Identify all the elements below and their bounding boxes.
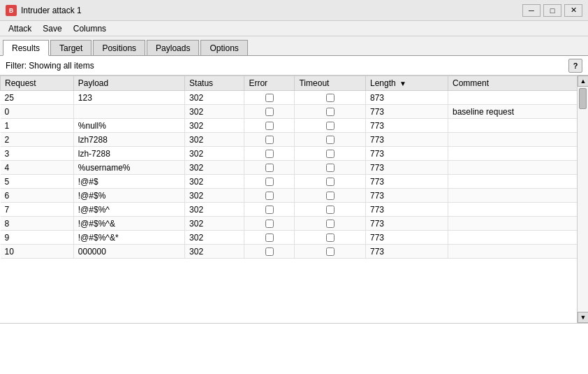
cell-comment <box>448 217 588 231</box>
cell-timeout[interactable] <box>295 147 366 161</box>
table-row[interactable]: 9!@#$%^&*302773 <box>1 231 588 245</box>
col-error[interactable]: Error <box>244 76 295 91</box>
scroll-thumb[interactable] <box>579 88 587 109</box>
filter-text: Filter: Showing all items <box>6 61 94 71</box>
table-row[interactable]: 10000000302773 <box>1 245 588 259</box>
scroll-up-button[interactable]: ▲ <box>578 75 588 87</box>
cell-timeout-checkbox[interactable] <box>326 178 335 186</box>
maximize-button[interactable]: □ <box>543 4 561 17</box>
menu-bar: AttackSaveColumns <box>0 21 588 36</box>
cell-error-checkbox[interactable] <box>265 192 274 200</box>
cell-error-checkbox[interactable] <box>265 233 274 242</box>
scroll-track[interactable] <box>578 87 588 312</box>
cell-error[interactable] <box>244 161 295 175</box>
cell-timeout[interactable] <box>295 175 366 189</box>
col-request[interactable]: Request <box>1 76 74 91</box>
table-row[interactable]: 6!@#$%302773 <box>1 189 588 203</box>
cell-timeout-checkbox[interactable] <box>326 233 335 242</box>
cell-timeout-checkbox[interactable] <box>326 122 335 130</box>
cell-timeout[interactable] <box>295 217 366 231</box>
cell-timeout[interactable] <box>295 231 366 245</box>
minimize-button[interactable]: ─ <box>522 4 541 17</box>
cell-error[interactable] <box>244 119 295 133</box>
cell-error-checkbox[interactable] <box>265 220 274 228</box>
col-length[interactable]: Length ▼ <box>366 76 448 91</box>
vertical-scrollbar[interactable]: ▲ ▼ <box>577 75 588 323</box>
tab-payloads[interactable]: Payloads <box>147 40 199 55</box>
cell-timeout-checkbox[interactable] <box>326 94 335 102</box>
cell-error-checkbox[interactable] <box>265 178 274 186</box>
table-row[interactable]: 2lzh7288302773 <box>1 133 588 147</box>
cell-timeout-checkbox[interactable] <box>326 136 335 144</box>
table-row[interactable]: 8!@#$%^&302773 <box>1 217 588 231</box>
cell-timeout[interactable] <box>295 133 366 147</box>
cell-error[interactable] <box>244 231 295 245</box>
tab-results[interactable]: Results <box>3 40 49 56</box>
cell-error[interactable] <box>244 175 295 189</box>
cell-timeout[interactable] <box>295 91 366 105</box>
cell-error[interactable] <box>244 203 295 217</box>
menu-item-attack[interactable]: Attack <box>3 22 37 35</box>
help-button[interactable]: ? <box>568 59 582 73</box>
cell-timeout[interactable] <box>295 245 366 259</box>
cell-comment <box>448 161 588 175</box>
cell-timeout[interactable] <box>295 161 366 175</box>
cell-length: 773 <box>366 245 448 259</box>
cell-timeout-checkbox[interactable] <box>326 164 335 172</box>
cell-error-checkbox[interactable] <box>265 206 274 214</box>
table-row[interactable]: 7!@#$%^302773 <box>1 203 588 217</box>
scroll-down-button[interactable]: ▼ <box>578 312 588 323</box>
menu-item-save[interactable]: Save <box>37 22 67 35</box>
cell-timeout-checkbox[interactable] <box>326 192 335 200</box>
table-body: 251233028730302773baseline request1%null… <box>1 91 588 259</box>
table-row[interactable]: 1%null%302773 <box>1 119 588 133</box>
cell-length: 773 <box>366 119 448 133</box>
cell-error-checkbox[interactable] <box>265 108 274 116</box>
cell-timeout-checkbox[interactable] <box>326 206 335 214</box>
menu-item-columns[interactable]: Columns <box>68 22 112 35</box>
table-row[interactable]: 3lzh-7288302773 <box>1 147 588 161</box>
cell-error[interactable] <box>244 217 295 231</box>
tab-positions[interactable]: Positions <box>93 40 145 55</box>
cell-timeout-checkbox[interactable] <box>326 220 335 228</box>
cell-timeout-checkbox[interactable] <box>326 247 335 256</box>
cell-timeout-checkbox[interactable] <box>326 150 335 158</box>
cell-error[interactable] <box>244 147 295 161</box>
cell-payload: !@#$%^&* <box>73 231 184 245</box>
col-comment[interactable]: Comment <box>448 76 588 91</box>
cell-timeout-checkbox[interactable] <box>326 108 335 116</box>
col-status[interactable]: Status <box>185 76 244 91</box>
cell-error[interactable] <box>244 133 295 147</box>
tab-target[interactable]: Target <box>50 40 91 55</box>
cell-request: 1 <box>1 119 74 133</box>
cell-timeout[interactable] <box>295 189 366 203</box>
cell-length: 773 <box>366 161 448 175</box>
cell-length: 873 <box>366 91 448 105</box>
cell-timeout[interactable] <box>295 119 366 133</box>
cell-timeout[interactable] <box>295 105 366 119</box>
cell-comment <box>448 245 588 259</box>
cell-error-checkbox[interactable] <box>265 150 274 158</box>
results-table: Request Payload Status Error Timeout Len… <box>0 75 588 259</box>
cell-error-checkbox[interactable] <box>265 94 274 102</box>
table-row[interactable]: 5!@#$302773 <box>1 175 588 189</box>
table-row[interactable]: 0302773baseline request <box>1 105 588 119</box>
table-row[interactable]: 4%username%302773 <box>1 161 588 175</box>
table-row[interactable]: 25123302873 <box>1 91 588 105</box>
cell-error[interactable] <box>244 189 295 203</box>
tab-options[interactable]: Options <box>200 40 247 55</box>
col-payload[interactable]: Payload <box>73 76 184 91</box>
cell-error-checkbox[interactable] <box>265 136 274 144</box>
empty-area <box>0 324 588 374</box>
cell-error-checkbox[interactable] <box>265 164 274 172</box>
col-timeout[interactable]: Timeout <box>295 76 366 91</box>
cell-error[interactable] <box>244 105 295 119</box>
cell-error[interactable] <box>244 91 295 105</box>
cell-error-checkbox[interactable] <box>265 247 274 256</box>
cell-status: 302 <box>185 105 244 119</box>
cell-error-checkbox[interactable] <box>265 122 274 130</box>
cell-timeout[interactable] <box>295 203 366 217</box>
close-button[interactable]: ✕ <box>564 4 582 17</box>
cell-status: 302 <box>185 91 244 105</box>
cell-error[interactable] <box>244 245 295 259</box>
